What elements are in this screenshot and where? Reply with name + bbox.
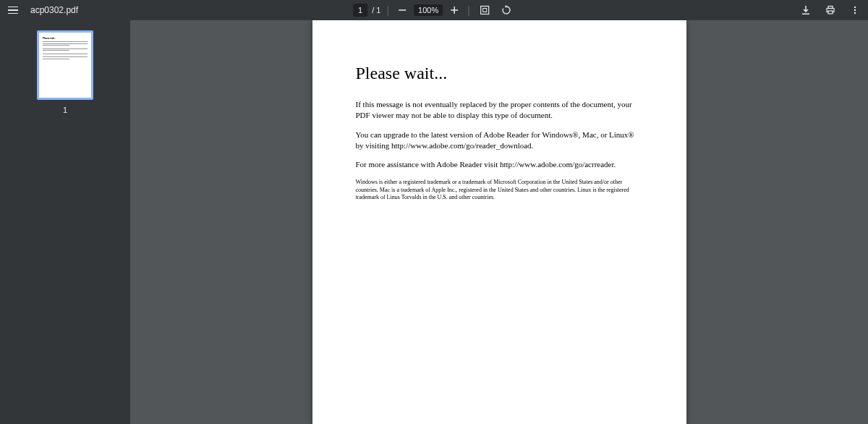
menu-button[interactable] — [4, 1, 22, 19]
minus-icon — [398, 6, 407, 14]
page-total-label: / 1 — [372, 6, 380, 14]
document-footnote: Windows is either a registered trademark… — [356, 179, 643, 201]
toolbar-left: acp0302.pdf — [4, 1, 78, 19]
thumbnail-page-1: Please wait... — [39, 33, 91, 98]
thumbnail-selected[interactable]: Please wait... — [37, 30, 93, 100]
menu-icon — [8, 7, 18, 14]
svg-point-9 — [854, 7, 856, 8]
document-paragraph-2: You can upgrade to the latest version of… — [356, 130, 643, 151]
more-vertical-icon — [850, 5, 860, 15]
svg-rect-0 — [399, 9, 406, 11]
print-icon — [825, 5, 835, 15]
document-paragraph-1: If this message is not eventually replac… — [356, 99, 643, 121]
main-area: Please wait... 1 Please wait... — [0, 20, 868, 424]
svg-rect-8 — [828, 11, 833, 14]
filename-label: acp0302.pdf — [30, 5, 78, 15]
print-button[interactable] — [822, 1, 839, 19]
svg-rect-2 — [454, 7, 455, 14]
svg-rect-4 — [482, 9, 486, 12]
more-options-button[interactable] — [846, 1, 864, 19]
document-heading: Please wait... — [356, 64, 643, 83]
download-button[interactable] — [797, 1, 814, 19]
pdf-page: Please wait... If this message is not ev… — [312, 20, 686, 424]
content-area[interactable]: Please wait... If this message is not ev… — [130, 20, 868, 424]
zoom-level-label: 100% — [414, 4, 443, 16]
zoom-in-button[interactable] — [447, 3, 461, 17]
divider: | — [385, 4, 391, 16]
zoom-out-button[interactable] — [395, 3, 409, 17]
fit-page-icon — [480, 5, 490, 15]
rotate-button[interactable] — [498, 1, 515, 19]
svg-point-10 — [854, 9, 856, 11]
divider: | — [466, 4, 472, 16]
svg-rect-5 — [802, 14, 809, 15]
toolbar-center: / 1 | 100% | — [353, 1, 515, 19]
rotate-icon — [501, 5, 511, 15]
page-number-input[interactable] — [353, 4, 367, 17]
svg-point-11 — [854, 12, 856, 14]
download-icon — [801, 5, 811, 15]
toolbar: acp0302.pdf / 1 | 100% | — [0, 0, 868, 20]
svg-rect-3 — [480, 7, 488, 14]
thumbnail-sidebar: Please wait... 1 — [0, 20, 130, 424]
plus-icon — [450, 6, 459, 14]
toolbar-right — [797, 1, 864, 19]
document-paragraph-3: For more assistance with Adobe Reader vi… — [356, 159, 643, 170]
thumbnail-page-number: 1 — [63, 106, 67, 114]
fit-to-page-button[interactable] — [476, 1, 493, 19]
